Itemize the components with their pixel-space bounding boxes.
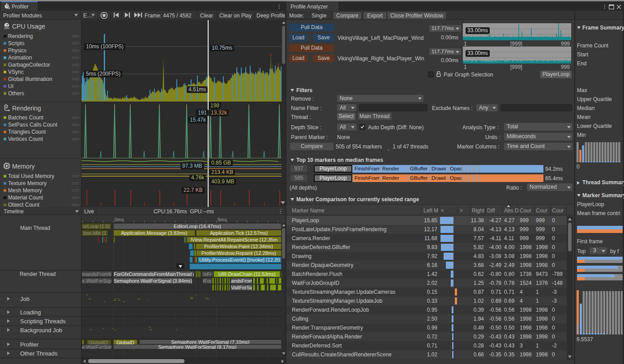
- svg-text:CPU: CPU: [4, 27, 9, 30]
